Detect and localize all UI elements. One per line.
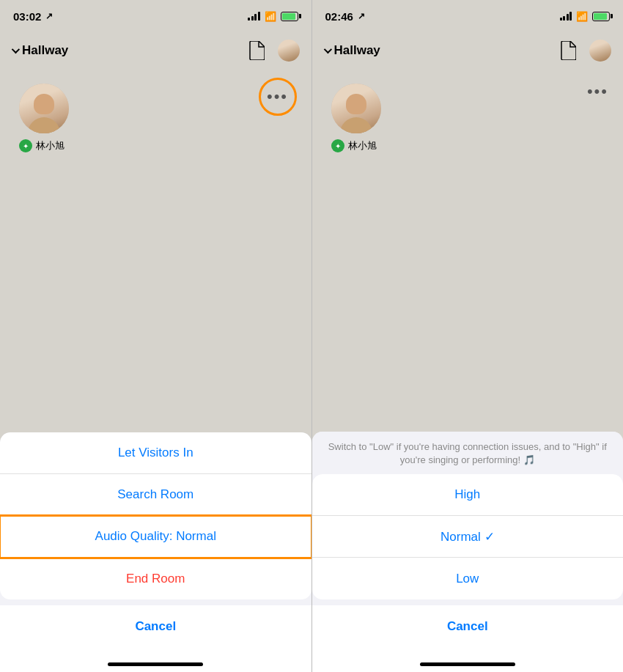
left-nav-bar: Hallway (0, 32, 312, 69)
signal-icon (248, 12, 260, 21)
right-chevron-down-icon (323, 45, 331, 53)
left-bottom-sheet: Let Visitors In Search Room Audio Qualit… (0, 432, 312, 672)
left-nav-title[interactable]: Hallway (12, 43, 68, 58)
right-room-content: ✦ 林小旭 ••• (312, 69, 624, 432)
battery-icon (281, 12, 298, 21)
right-star-badge-icon: ✦ (331, 139, 344, 152)
wifi-icon: 📶 (265, 11, 276, 22)
user-avatar (19, 84, 69, 133)
right-time: 02:46 ↗ (325, 10, 365, 23)
right-location-arrow-icon: ↗ (358, 11, 365, 21)
left-status-bar: 03:02 ↗ 📶 (0, 0, 312, 32)
left-cancel-button[interactable]: Cancel (0, 605, 312, 647)
search-room-button[interactable]: Search Room (0, 474, 312, 516)
end-room-button[interactable]: End Room (0, 558, 312, 599)
location-arrow-icon: ↗ (45, 11, 53, 21)
user-avatar-area: ✦ 林小旭 (19, 84, 300, 152)
right-status-bar: 02:46 ↗ 📶 (312, 0, 624, 32)
right-wifi-icon: 📶 (576, 11, 588, 22)
right-sheet-gap (312, 599, 624, 605)
audio-description: Switch to "Low" if you're having connect… (312, 432, 624, 474)
right-home-bar (420, 662, 515, 666)
sheet-gap (0, 599, 312, 605)
dots-icon: ••• (267, 87, 288, 106)
right-status-icons: 📶 (560, 11, 611, 22)
left-sheet-items: Let Visitors In Search Room Audio Qualit… (0, 432, 312, 599)
let-visitors-in-button[interactable]: Let Visitors In (0, 432, 312, 474)
audio-normal-button[interactable]: Normal ✓ (312, 516, 624, 558)
right-nav-bar: Hallway (312, 32, 624, 69)
right-user-badge: ✦ 林小旭 (331, 139, 377, 152)
right-home-indicator (312, 647, 624, 672)
audio-quality-button[interactable]: Audio Quality: Normal (0, 516, 312, 558)
right-nav-actions (557, 40, 611, 62)
left-home-indicator (0, 647, 312, 672)
right-nav-title[interactable]: Hallway (324, 43, 380, 58)
right-signal-icon (560, 12, 572, 21)
left-room-content: ✦ 林小旭 ••• (0, 69, 312, 432)
right-sheet-items: High Normal ✓ Low (312, 474, 624, 599)
right-phone-panel: 02:46 ↗ 📶 Hallway (312, 0, 624, 672)
right-battery-icon (592, 12, 610, 21)
right-more-options-button[interactable]: ••• (587, 82, 608, 101)
right-bottom-sheet: Switch to "Low" if you're having connect… (312, 432, 624, 672)
user-badge: ✦ 林小旭 (19, 139, 64, 152)
audio-high-button[interactable]: High (312, 474, 624, 516)
left-time: 03:02 ↗ (13, 10, 53, 23)
right-avatar-nav[interactable] (589, 40, 611, 62)
file-icon[interactable] (246, 40, 268, 62)
home-bar (108, 662, 203, 666)
chevron-down-icon (12, 45, 20, 53)
left-phone-panel: 03:02 ↗ 📶 Hallway (0, 0, 312, 672)
left-nav-actions (246, 40, 300, 62)
avatar-nav[interactable] (278, 40, 300, 62)
right-file-icon[interactable] (557, 40, 579, 62)
right-user-avatar (331, 84, 381, 133)
star-badge-icon: ✦ (19, 139, 32, 152)
left-status-icons: 📶 (248, 11, 298, 22)
right-dots-icon: ••• (587, 82, 608, 101)
more-options-button[interactable]: ••• (259, 78, 297, 116)
right-user-avatar-area: ✦ 林小旭 (331, 84, 612, 152)
audio-low-button[interactable]: Low (312, 558, 624, 599)
right-cancel-button[interactable]: Cancel (312, 605, 624, 647)
